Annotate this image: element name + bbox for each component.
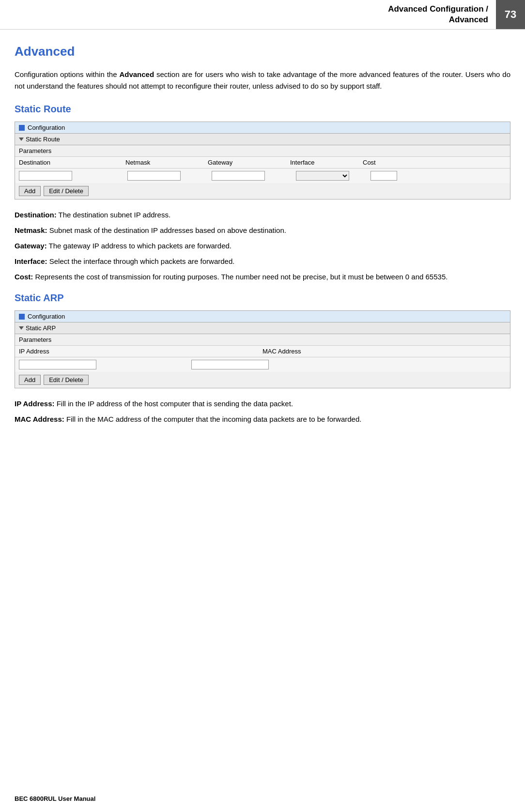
desc-netmask-def: Subnet mask of the destination IP addres… — [49, 226, 286, 234]
static-arp-btn-row: Add Edit / Delete — [15, 372, 510, 388]
desc-destination-term: Destination: — [15, 211, 57, 219]
static-arp-add-button[interactable]: Add — [19, 375, 41, 385]
static-route-btn-row: Add Edit / Delete — [15, 183, 510, 199]
main-content: Advanced Configuration options within th… — [0, 30, 525, 454]
static-arp-params-row: Parameters — [15, 334, 510, 346]
intro-bold: Advanced — [119, 70, 154, 78]
desc-ip-address-def: Fill in the IP address of the host compu… — [57, 399, 293, 408]
static-route-descriptions: Destination: The destination subnet IP a… — [15, 209, 510, 283]
col-ip-address: IP Address — [19, 348, 116, 355]
desc-destination-def: The destination subnet IP address. — [59, 211, 171, 219]
static-arp-panel: Configuration Static ARP Parameters IP A… — [15, 310, 510, 388]
page-number: 73 — [496, 0, 525, 29]
ip-address-input[interactable] — [19, 360, 96, 369]
static-route-panel-header-label: Configuration — [28, 124, 65, 131]
static-arp-edit-delete-button[interactable]: Edit / Delete — [44, 375, 89, 385]
desc-interface-def: Select the interface through which packe… — [49, 257, 235, 265]
desc-netmask-term: Netmask: — [15, 226, 47, 234]
desc-mac-address-def: Fill in the MAC address of the computer … — [66, 415, 362, 423]
static-route-panel-header: Configuration — [15, 122, 510, 134]
desc-mac-address: MAC Address: Fill in the MAC address of … — [15, 414, 510, 425]
triangle-down-icon — [19, 138, 24, 141]
blue-square-icon-arp — [19, 314, 25, 320]
static-arp-heading: Static ARP — [15, 292, 510, 304]
desc-cost-def: Represents the cost of transmission for … — [35, 273, 448, 281]
col-mac-address-val — [359, 348, 506, 355]
desc-netmask: Netmask: Subnet mask of the destination … — [15, 225, 510, 236]
static-route-params-row: Parameters — [15, 145, 510, 157]
static-route-add-button[interactable]: Add — [19, 186, 41, 196]
page-heading: Advanced — [15, 44, 510, 59]
col-mac-address: MAC Address — [262, 348, 359, 355]
col-gateway: Gateway — [208, 159, 290, 166]
desc-interface-term: Interface: — [15, 257, 47, 265]
static-route-panel: Configuration Static Route Parameters De… — [15, 122, 510, 199]
col-destination: Destination — [19, 159, 125, 166]
blue-square-icon — [19, 125, 25, 131]
static-route-edit-delete-button[interactable]: Edit / Delete — [44, 186, 89, 196]
desc-ip-address: IP Address: Fill in the IP address of th… — [15, 398, 510, 410]
mac-address-input[interactable] — [191, 360, 269, 369]
static-arp-sub-header: Static ARP — [15, 322, 510, 334]
col-cost: Cost — [363, 159, 401, 166]
intro-paragraph: Configuration options within the Advance… — [15, 69, 510, 92]
desc-destination: Destination: The destination subnet IP a… — [15, 209, 510, 221]
page-header: Advanced Configuration / Advanced 73 — [0, 0, 525, 30]
desc-gateway-term: Gateway: — [15, 242, 47, 250]
header-title-line1: Advanced Configuration / — [388, 4, 488, 14]
desc-gateway: Gateway: The gateway IP address to which… — [15, 240, 510, 252]
static-route-sub-header-label: Static Route — [26, 136, 60, 143]
header-title-line2: Advanced — [449, 15, 488, 24]
static-arp-params-label: Parameters — [19, 336, 51, 343]
desc-ip-address-term: IP Address: — [15, 399, 55, 408]
destination-input[interactable] — [19, 171, 72, 181]
netmask-input[interactable] — [127, 171, 181, 181]
col-interface: Interface — [290, 159, 363, 166]
static-route-heading: Static Route — [15, 104, 510, 115]
triangle-down-icon-arp — [19, 326, 24, 330]
static-route-column-headers: Destination Netmask Gateway Interface Co… — [15, 157, 510, 169]
static-arp-panel-header: Configuration — [15, 311, 510, 322]
header-title: Advanced Configuration / Advanced — [380, 0, 496, 29]
cost-input[interactable] — [371, 171, 397, 181]
desc-gateway-def: The gateway IP address to which packets … — [49, 242, 232, 250]
footer-text: BEC 6800RUL User Manual — [15, 795, 95, 802]
footer: BEC 6800RUL User Manual — [15, 795, 95, 802]
static-arp-sub-header-label: Static ARP — [26, 324, 56, 332]
static-arp-input-row — [15, 357, 510, 372]
desc-cost-term: Cost: — [15, 273, 33, 281]
desc-cost: Cost: Represents the cost of transmissio… — [15, 271, 510, 283]
static-route-params-label: Parameters — [19, 147, 51, 154]
interface-select[interactable] — [296, 171, 349, 181]
static-arp-descriptions: IP Address: Fill in the IP address of th… — [15, 398, 510, 425]
col-netmask: Netmask — [125, 159, 208, 166]
desc-mac-address-term: MAC Address: — [15, 415, 64, 423]
static-route-sub-header: Static Route — [15, 134, 510, 145]
static-route-input-row — [15, 169, 510, 183]
desc-interface: Interface: Select the interface through … — [15, 256, 510, 267]
static-arp-panel-header-label: Configuration — [28, 313, 65, 320]
static-arp-column-headers: IP Address MAC Address — [15, 346, 510, 357]
intro-part1: Configuration options within the — [15, 70, 119, 78]
col-ip-address-val — [116, 348, 262, 355]
gateway-input[interactable] — [212, 171, 265, 181]
